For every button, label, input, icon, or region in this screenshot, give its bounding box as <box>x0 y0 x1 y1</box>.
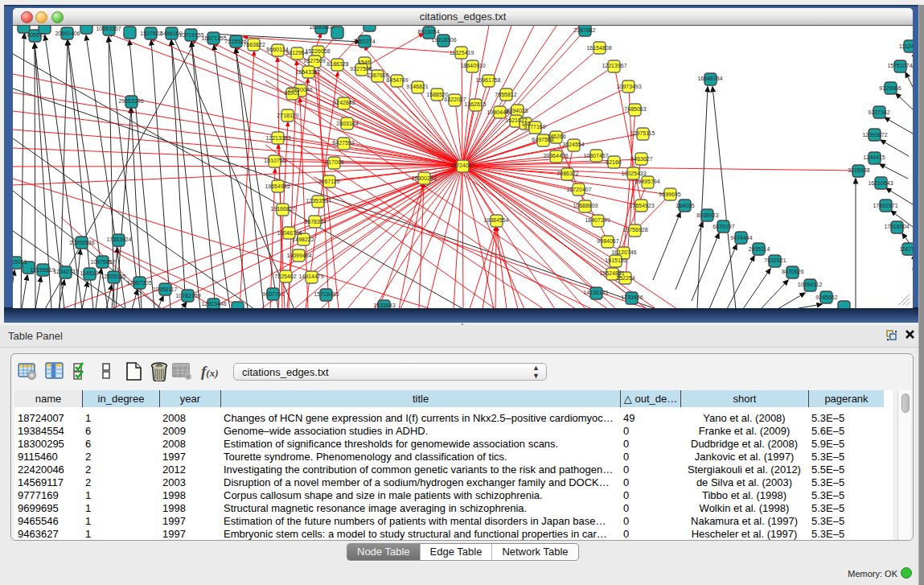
svg-text:29053346: 29053346 <box>118 98 143 104</box>
svg-text:16053809: 16053809 <box>309 26 334 30</box>
svg-text:16671355: 16671355 <box>201 35 226 41</box>
svg-text:19384554: 19384554 <box>483 217 508 223</box>
svg-text:12213967: 12213967 <box>602 63 626 68</box>
svg-text:19654985: 19654985 <box>265 183 290 189</box>
svg-text:3315061: 3315061 <box>13 259 27 265</box>
svg-text:10807467: 10807467 <box>583 153 608 159</box>
svg-text:7632621: 7632621 <box>764 257 786 263</box>
svg-text:6879197: 6879197 <box>713 224 734 229</box>
svg-text:10975857: 10975857 <box>90 259 115 265</box>
svg-text:1010755: 1010755 <box>264 158 285 163</box>
svg-text:29300293: 29300293 <box>411 175 436 181</box>
svg-text:7955812: 7955812 <box>495 92 516 97</box>
svg-text:7485063: 7485063 <box>624 106 646 112</box>
svg-text:12505135: 12505135 <box>101 274 125 279</box>
svg-text:6322037: 6322037 <box>444 97 466 102</box>
svg-text:17654923: 17654923 <box>629 203 654 208</box>
svg-text:20364436: 20364436 <box>543 153 568 159</box>
svg-text:9242848: 9242848 <box>333 100 355 105</box>
svg-text:15720407: 15720407 <box>566 187 591 192</box>
svg-text:14914479: 14914479 <box>298 274 323 279</box>
svg-text:7986322: 7986322 <box>556 171 578 176</box>
svg-text:15226058: 15226058 <box>305 48 330 54</box>
svg-text:16154808: 16154808 <box>586 45 611 51</box>
svg-text:3624554: 3624554 <box>562 142 584 147</box>
svg-text:9699695: 9699695 <box>659 192 680 197</box>
svg-text:6794028: 6794028 <box>506 108 528 113</box>
svg-text:1546: 1546 <box>358 60 371 65</box>
svg-text:5678334: 5678334 <box>304 219 326 225</box>
svg-text:16961758: 16961758 <box>475 77 500 83</box>
svg-text:8454749: 8454749 <box>386 77 408 83</box>
svg-text:10025433: 10025433 <box>621 171 646 176</box>
svg-text:1405572: 1405572 <box>23 32 45 38</box>
svg-text:20206536: 20206536 <box>69 240 94 245</box>
svg-text:9084067: 9084067 <box>597 238 618 244</box>
svg-text:11325419: 11325419 <box>450 50 474 56</box>
svg-text:9657791: 9657791 <box>262 291 284 297</box>
svg-text:19756928: 19756928 <box>622 227 647 233</box>
svg-text:8813054: 8813054 <box>417 29 439 35</box>
svg-text:10046766: 10046766 <box>277 230 302 236</box>
svg-text:114519: 114519 <box>80 270 99 276</box>
svg-text:10973493: 10973493 <box>616 84 641 89</box>
svg-text:16120746: 16120746 <box>611 249 636 255</box>
svg-text:20691406: 20691406 <box>55 31 80 36</box>
svg-text:1112486: 1112486 <box>899 43 913 49</box>
svg-text:10653267: 10653267 <box>96 26 121 31</box>
svg-text:15751074: 15751074 <box>887 63 912 68</box>
svg-text:164095: 164095 <box>676 203 694 208</box>
svg-text:252254: 252254 <box>616 275 634 281</box>
svg-text:9777169: 9777169 <box>524 124 545 130</box>
svg-text:17016504: 17016504 <box>884 224 909 229</box>
svg-text:12156819: 12156819 <box>30 267 55 273</box>
svg-text:9327508: 9327508 <box>350 66 372 72</box>
svg-text:9474444: 9474444 <box>730 235 752 241</box>
svg-text:98901: 98901 <box>284 90 300 96</box>
svg-text:9245652: 9245652 <box>815 295 837 300</box>
svg-text:1533843: 1533843 <box>373 303 395 308</box>
svg-text:10782759: 10782759 <box>175 293 200 299</box>
svg-text:18724007: 18724007 <box>450 163 474 168</box>
svg-text:116753: 116753 <box>900 246 913 252</box>
svg-text:1527602: 1527602 <box>140 31 162 36</box>
svg-text:18640910: 18640910 <box>460 63 485 68</box>
svg-text:12342737: 12342737 <box>53 269 78 274</box>
svg-text:18407249: 18407249 <box>585 217 610 223</box>
svg-text:1362615: 1362615 <box>464 101 486 107</box>
svg-text:12353594: 12353594 <box>306 198 331 204</box>
svg-text:1244415: 1244415 <box>863 154 885 160</box>
svg-text:15716485: 15716485 <box>314 291 339 297</box>
svg-text:9327509: 9327509 <box>303 58 325 64</box>
svg-text:10719155: 10719155 <box>179 32 203 38</box>
svg-text:10654112: 10654112 <box>798 282 823 287</box>
svg-text:8186328: 8186328 <box>326 61 348 67</box>
svg-text:14099484: 14099484 <box>286 253 311 258</box>
svg-text:1498222: 1498222 <box>292 237 314 242</box>
svg-text:12923446: 12923446 <box>201 301 226 307</box>
svg-text:9146821: 9146821 <box>406 84 428 89</box>
svg-text:10958117: 10958117 <box>153 286 178 292</box>
svg-text:62160: 62160 <box>606 159 622 165</box>
svg-text:16648784: 16648784 <box>697 76 722 81</box>
svg-text:1733426: 1733426 <box>621 295 643 300</box>
svg-text:3215938: 3215938 <box>848 167 869 173</box>
svg-text:17353924: 17353924 <box>106 237 131 242</box>
svg-text:12213383: 12213383 <box>265 135 290 141</box>
svg-text:9329966: 9329966 <box>879 85 901 91</box>
svg-text:3267110: 3267110 <box>318 179 340 184</box>
svg-text:16543362: 16543362 <box>295 69 320 75</box>
svg-text:12093872: 12093872 <box>862 132 887 138</box>
svg-text:2935114: 2935114 <box>749 246 770 252</box>
svg-text:17957205: 17957205 <box>126 280 151 286</box>
svg-text:20495794: 20495794 <box>634 179 659 184</box>
svg-text:17692971: 17692971 <box>873 203 897 208</box>
svg-text:8427552: 8427552 <box>332 140 354 146</box>
svg-text:16210643: 16210643 <box>868 180 893 186</box>
svg-text:2087682: 2087682 <box>573 27 595 33</box>
svg-text:7357274: 7357274 <box>353 39 375 44</box>
svg-text:746266: 746266 <box>547 134 565 139</box>
svg-text:8938923: 8938923 <box>696 212 718 218</box>
svg-text:7625402: 7625402 <box>274 274 296 279</box>
svg-text:417006: 417006 <box>325 159 343 165</box>
